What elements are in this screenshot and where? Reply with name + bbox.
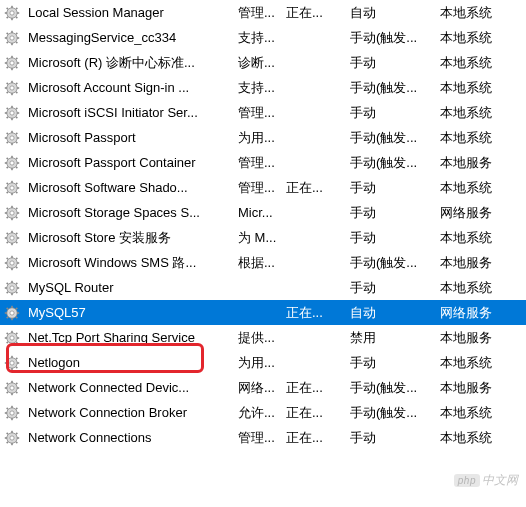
svg-point-149	[10, 360, 14, 364]
service-logon-as: 本地服务	[436, 379, 516, 397]
svg-rect-43	[5, 112, 7, 114]
service-name: Microsoft Account Sign-in ...	[24, 80, 234, 95]
service-startup-type: 手动	[346, 354, 436, 372]
service-status: 正在...	[282, 304, 346, 322]
svg-point-119	[10, 285, 14, 289]
service-status: 正在...	[282, 179, 346, 197]
service-logon-as: 本地系统	[436, 29, 516, 47]
svg-rect-133	[5, 337, 7, 339]
service-gear-icon	[0, 305, 24, 321]
service-gear-icon	[0, 5, 24, 21]
service-name: Microsoft Passport	[24, 130, 234, 145]
svg-point-169	[10, 410, 14, 414]
svg-rect-152	[11, 393, 13, 395]
svg-point-99	[10, 235, 14, 239]
service-startup-type: 手动(触发...	[346, 129, 436, 147]
svg-rect-44	[17, 112, 19, 114]
table-row[interactable]: Microsoft iSCSI Initiator Ser...管理...手动本…	[0, 100, 526, 125]
svg-rect-122	[11, 318, 13, 320]
service-name: Network Connections	[24, 430, 234, 445]
service-logon-as: 网络服务	[436, 304, 516, 322]
table-row[interactable]: Microsoft Store 安装服务为 M...手动本地系统	[0, 225, 526, 250]
table-row[interactable]: Microsoft Account Sign-in ...支持...手动(触发.…	[0, 75, 526, 100]
svg-rect-2	[11, 18, 13, 20]
table-row[interactable]: Local Session Manager管理...正在...自动本地系统	[0, 0, 526, 25]
table-row[interactable]: Net.Tcp Port Sharing Service提供...禁用本地服务	[0, 325, 526, 350]
service-description: Micr...	[234, 205, 282, 220]
service-startup-type: 手动	[346, 179, 436, 197]
svg-rect-21	[11, 55, 13, 57]
svg-rect-34	[17, 87, 19, 89]
service-description: 提供...	[234, 329, 282, 347]
service-logon-as: 本地系统	[436, 104, 516, 122]
svg-point-139	[10, 335, 14, 339]
table-row[interactable]: Network Connected Devic...网络...正在...手动(触…	[0, 375, 526, 400]
table-row[interactable]: MessagingService_cc334支持...手动(触发...本地系统	[0, 25, 526, 50]
service-logon-as: 本地系统	[436, 429, 516, 447]
service-name: Microsoft Store 安装服务	[24, 229, 234, 247]
svg-rect-11	[11, 30, 13, 32]
svg-rect-112	[11, 293, 13, 295]
svg-rect-83	[5, 212, 7, 214]
service-name: MySQL57	[24, 305, 234, 320]
service-startup-type: 手动	[346, 104, 436, 122]
svg-rect-104	[17, 262, 19, 264]
service-logon-as: 本地系统	[436, 79, 516, 97]
table-row[interactable]: Microsoft Passport Container管理...手动(触发..…	[0, 150, 526, 175]
svg-rect-84	[17, 212, 19, 214]
svg-rect-142	[11, 368, 13, 370]
table-row[interactable]: MySQL Router手动本地系统	[0, 275, 526, 300]
svg-rect-72	[11, 193, 13, 195]
table-row[interactable]: Microsoft Storage Spaces S...Micr...手动网络…	[0, 200, 526, 225]
service-logon-as: 本地服务	[436, 254, 516, 272]
svg-rect-53	[5, 137, 7, 139]
table-row[interactable]: Microsoft (R) 诊断中心标准...诊断...手动本地系统	[0, 50, 526, 75]
service-logon-as: 本地系统	[436, 279, 516, 297]
svg-point-109	[10, 260, 14, 264]
service-status: 正在...	[282, 379, 346, 397]
table-row[interactable]: Network Connection Broker允许...正在...手动(触发…	[0, 400, 526, 425]
svg-rect-91	[11, 230, 13, 232]
svg-point-39	[10, 85, 14, 89]
svg-rect-23	[5, 62, 7, 64]
service-name: MySQL Router	[24, 280, 234, 295]
svg-rect-92	[11, 243, 13, 245]
svg-point-19	[10, 35, 14, 39]
svg-rect-51	[11, 130, 13, 132]
svg-rect-111	[11, 280, 13, 282]
table-row[interactable]: Microsoft Passport为用...手动(触发...本地系统	[0, 125, 526, 150]
svg-rect-33	[5, 87, 7, 89]
svg-rect-22	[11, 68, 13, 70]
service-gear-icon	[0, 430, 24, 446]
service-name: Network Connection Broker	[24, 405, 234, 420]
svg-rect-101	[11, 255, 13, 257]
table-row[interactable]: Network Connections管理...正在...手动本地系统	[0, 425, 526, 450]
svg-rect-52	[11, 143, 13, 145]
table-row[interactable]: Netlogon为用...手动本地系统	[0, 350, 526, 375]
svg-point-159	[10, 385, 14, 389]
table-row[interactable]: MySQL57正在...自动网络服务	[0, 300, 526, 325]
service-logon-as: 网络服务	[436, 204, 516, 222]
svg-rect-71	[11, 180, 13, 182]
svg-rect-14	[17, 37, 19, 39]
service-startup-type: 手动	[346, 204, 436, 222]
service-status: 正在...	[282, 429, 346, 447]
service-status: 正在...	[282, 4, 346, 22]
svg-point-179	[10, 435, 14, 439]
service-description: 管理...	[234, 429, 282, 447]
svg-rect-162	[11, 418, 13, 420]
svg-rect-64	[17, 162, 19, 164]
svg-rect-134	[17, 337, 19, 339]
table-row[interactable]: Microsoft Software Shado...管理...正在...手动本…	[0, 175, 526, 200]
svg-point-129	[10, 310, 14, 314]
svg-rect-4	[17, 12, 19, 14]
service-name: Microsoft (R) 诊断中心标准...	[24, 54, 234, 72]
service-description: 支持...	[234, 29, 282, 47]
svg-rect-31	[11, 80, 13, 82]
svg-rect-123	[5, 312, 7, 314]
svg-rect-163	[5, 412, 7, 414]
service-description: 根据...	[234, 254, 282, 272]
svg-rect-173	[5, 437, 7, 439]
table-row[interactable]: Microsoft Windows SMS 路...根据...手动(触发...本…	[0, 250, 526, 275]
service-logon-as: 本地系统	[436, 4, 516, 22]
